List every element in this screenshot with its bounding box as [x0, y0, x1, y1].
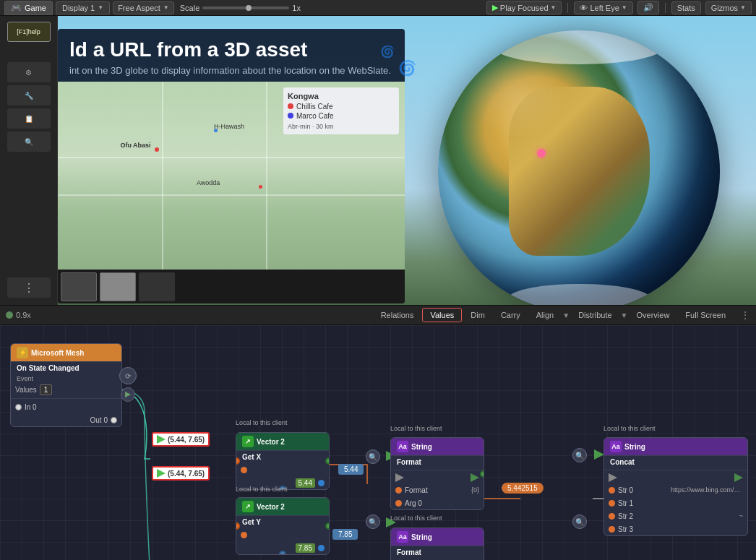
value-544-label: 5.44: [338, 464, 364, 475]
vector-y-header-label: Vector 2: [257, 503, 285, 511]
audio-button[interactable]: 🔊: [637, 1, 659, 14]
cafe-dot-2: [288, 113, 293, 119]
tab-dim[interactable]: Dim: [463, 309, 492, 322]
local-label-format-1: Local to this client: [390, 425, 442, 432]
display-tab[interactable]: Display 1 ▼: [56, 1, 110, 14]
vector-x-in-pin: [241, 467, 247, 473]
display-tab-label: Display 1: [62, 4, 95, 12]
sc-str0-row: Str 0 https://www.bing.com/maps?cp: [604, 483, 747, 496]
globe-north-pole: [494, 30, 663, 64]
play-focused-chevron-icon: ▼: [551, 4, 557, 11]
tab-distribute[interactable]: Distribute: [571, 309, 619, 322]
sf1-format-row: Format {0}: [391, 483, 484, 496]
top-bar: 🎮 Game Display 1 ▼ Free Aspect ▼ Scale 1…: [0, 0, 756, 16]
thumbnail-bar: [58, 270, 405, 303]
cafe-dot-1: [288, 103, 293, 109]
sc-str2-row: Str 2 ~: [604, 509, 747, 522]
tab-relations[interactable]: Relations: [374, 309, 421, 322]
string-concat-title: Concat: [604, 456, 747, 468]
entry-out-pin: [111, 417, 117, 423]
aspect-label: Free Aspect: [118, 4, 160, 12]
scale-label: Scale: [180, 4, 200, 12]
string-format-2-header: Aa String: [391, 528, 484, 546]
tab-overview[interactable]: Overview: [630, 309, 677, 322]
search-connector-2[interactable]: 🔍: [366, 514, 380, 529]
sc-str0-value: https://www.bing.com/maps?cp: [671, 486, 743, 494]
vector-y-in-pin: [241, 532, 247, 538]
search-connector-3[interactable]: 🔍: [572, 448, 587, 462]
strip-icon-4[interactable]: 🔍: [7, 132, 51, 152]
sf1-right-connector: [480, 470, 484, 478]
coord-value-2: (5.44, 7.65): [168, 470, 205, 478]
local-label-vector-x: Local to this client: [236, 419, 288, 426]
tab-fullscreen[interactable]: Full Screen: [678, 309, 733, 322]
value-785-label: 7.85: [332, 529, 358, 540]
scale-value: 1x: [292, 4, 301, 12]
strip-icon-3[interactable]: 📋: [7, 108, 51, 129]
sc-str1-row: Str 1: [604, 496, 747, 509]
game-tab-label: Game: [25, 4, 46, 12]
string-concat-node: Aa String Concat Str 0 https://www.bing.…: [603, 437, 748, 536]
search-connector-1[interactable]: 🔍: [366, 449, 380, 464]
string-concat-icon: Aa: [610, 441, 622, 452]
vector-y-bottom-connector: [279, 551, 286, 555]
sf1-exec-in: [395, 473, 404, 482]
left-eye-button[interactable]: 👁 Left Eye ▼: [574, 1, 632, 14]
thumb-2[interactable]: [100, 272, 136, 301]
vector-y-icon: ↗: [242, 501, 254, 512]
tab-values[interactable]: Values: [422, 308, 462, 322]
sc-exec-row: [604, 472, 747, 483]
sc-str3-row: Str 3: [604, 522, 747, 535]
tab-carry[interactable]: Carry: [494, 309, 528, 322]
sf1-exec-out: [471, 473, 479, 482]
toolbar-more-icon[interactable]: ⋮: [740, 309, 750, 321]
string-format-2-header-label: String: [411, 533, 432, 541]
string-format-2-title: Format: [391, 546, 484, 559]
sc-exec-in: [609, 473, 617, 482]
thumb-3[interactable]: [139, 272, 175, 301]
cafe-subtitle: Abr-min · 30 km: [288, 123, 395, 130]
string-format-1-header-label: String: [411, 443, 432, 451]
cafe-name-2: Marco Cafe: [296, 112, 334, 120]
sc-str3-pin: [609, 526, 615, 533]
sc-str3-label: Str 3: [618, 525, 633, 533]
routing-node[interactable]: [121, 387, 135, 402]
scale-track[interactable]: [202, 7, 289, 9]
strip-dots[interactable]: ⋮: [7, 277, 51, 298]
gizmos-chevron-icon: ▼: [740, 4, 746, 11]
toolbar: 0.9x Relations Values Dim Carry Align ▼ …: [0, 305, 756, 325]
stats-button[interactable]: Stats: [671, 1, 701, 14]
entry-in-row: In 0: [11, 400, 121, 413]
sc-str0-label: Str 0: [618, 486, 668, 494]
thumb-1[interactable]: [61, 272, 97, 301]
game-tab[interactable]: 🎮 Game: [4, 1, 53, 15]
cafe-name-1: Chillis Cafe: [296, 103, 333, 111]
sf1-arg-pin: [395, 500, 402, 507]
distribute-chevron-icon: ▼: [621, 311, 628, 319]
search-connector-4[interactable]: 🔍: [572, 514, 587, 529]
sc-str2-pin: [609, 513, 615, 520]
gizmos-button[interactable]: Gizmos ▼: [705, 1, 752, 14]
coord-icon-1: [157, 435, 166, 444]
string-concat-header-label: String: [624, 443, 645, 451]
vector-x-header: ↗ Vector 2: [236, 433, 329, 451]
local-label-vector-y: Local to this client: [236, 486, 288, 493]
globe-marker: [537, 149, 546, 158]
vector-y-in-row: [236, 528, 329, 541]
play-focused-button[interactable]: ▶ Play Focused ▼: [486, 1, 562, 14]
vector-get-x-node: ↗ Vector 2 Get X 5.44: [236, 432, 330, 490]
strip-icon-2[interactable]: 🔧: [7, 85, 51, 105]
gizmos-label: Gizmos: [711, 4, 738, 12]
sc-str2-label: Str 2: [618, 512, 736, 520]
strip-help[interactable]: [F1]help: [7, 22, 51, 42]
zoom-display: 0.9x: [6, 311, 31, 319]
string-format-1-title: Format: [391, 456, 484, 468]
entry-node: ⚡ Microsoft Mesh On State Changed Event …: [10, 343, 122, 427]
zoom-value: 0.9x: [16, 311, 31, 319]
aspect-dropdown[interactable]: Free Aspect ▼: [113, 1, 174, 14]
connector-node-1[interactable]: ⟳: [119, 367, 137, 384]
entry-header-label: Microsoft Mesh: [31, 349, 84, 357]
left-panel-strip: [F1]help ⚙ 🔧 📋 🔍 ⋮: [0, 16, 58, 305]
strip-icon-1[interactable]: ⚙: [7, 62, 51, 82]
tab-align[interactable]: Align: [529, 309, 561, 322]
